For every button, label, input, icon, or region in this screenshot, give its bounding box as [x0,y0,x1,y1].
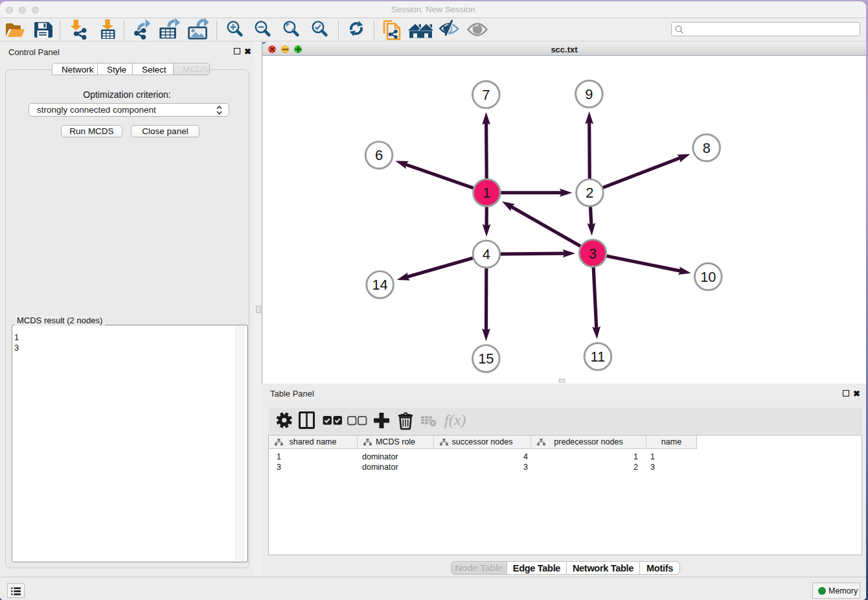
svg-text:7: 7 [482,87,490,103]
svg-text:f(x): f(x) [444,411,466,428]
svg-text:3: 3 [589,246,597,262]
svg-text:6: 6 [375,147,383,163]
svg-text:4: 4 [483,246,490,262]
svg-text:1: 1 [483,185,490,201]
svg-text:15: 15 [478,351,494,367]
svg-text:14: 14 [372,277,387,293]
svg-text:9: 9 [585,86,593,102]
svg-text:2: 2 [586,185,593,201]
svg-text:11: 11 [591,349,606,365]
svg-text:8: 8 [703,140,711,156]
svg-text:10: 10 [700,269,716,285]
